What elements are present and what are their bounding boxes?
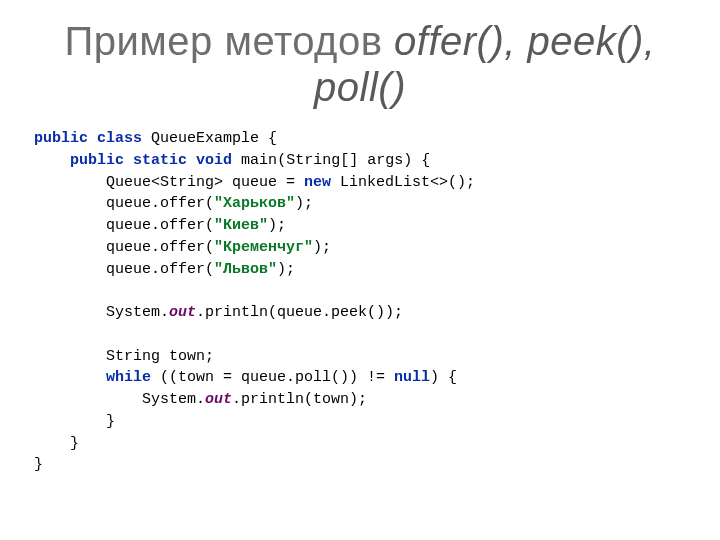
slide-title: Пример методов offer(), peek(), poll() bbox=[34, 18, 686, 110]
method-main: main bbox=[241, 152, 277, 169]
str-kharkov: "Харьков" bbox=[214, 195, 295, 212]
code-block: public class QueueExample { public stati… bbox=[34, 128, 686, 476]
queue-decl-b: LinkedList<>(); bbox=[331, 174, 475, 191]
kw-public: public bbox=[70, 152, 124, 169]
peek-a: System. bbox=[34, 304, 169, 321]
decl-town: String town; bbox=[34, 348, 214, 365]
kw-while: while bbox=[106, 369, 151, 386]
kw-new: new bbox=[304, 174, 331, 191]
kw-void: void bbox=[196, 152, 232, 169]
println-town-b: .println(town); bbox=[232, 391, 367, 408]
brace-close-class: } bbox=[34, 456, 43, 473]
kw-static: static bbox=[133, 152, 187, 169]
offer-open: queue.offer( bbox=[34, 239, 214, 256]
while-cond-b: ) { bbox=[430, 369, 457, 386]
kw-null: null bbox=[394, 369, 430, 386]
println-town-a: System. bbox=[34, 391, 205, 408]
kw-public: public bbox=[34, 130, 88, 147]
stmt-close: ); bbox=[313, 239, 331, 256]
while-cond-a: ((town = queue.poll()) != bbox=[151, 369, 394, 386]
kw-class: class bbox=[97, 130, 142, 147]
stmt-close: ); bbox=[268, 217, 286, 234]
brace-close-inner: } bbox=[34, 413, 115, 430]
str-kiev: "Киев" bbox=[214, 217, 268, 234]
stmt-close: ); bbox=[277, 261, 295, 278]
title-text-plain: Пример методов bbox=[65, 19, 395, 63]
offer-open: queue.offer( bbox=[34, 261, 214, 278]
brace-close-method: } bbox=[34, 435, 79, 452]
slide: Пример методов offer(), peek(), poll() p… bbox=[0, 0, 720, 540]
str-kremenchug: "Кременчуг" bbox=[214, 239, 313, 256]
class-name: QueueExample bbox=[151, 130, 259, 147]
offer-open: queue.offer( bbox=[34, 195, 214, 212]
stmt-close: ); bbox=[295, 195, 313, 212]
main-args: (String[] args) { bbox=[277, 152, 430, 169]
offer-open: queue.offer( bbox=[34, 217, 214, 234]
str-lvov: "Львов" bbox=[214, 261, 277, 278]
queue-decl-a: Queue<String> queue = bbox=[34, 174, 304, 191]
peek-b: .println(queue.peek()); bbox=[196, 304, 403, 321]
field-out: out bbox=[169, 304, 196, 321]
field-out: out bbox=[205, 391, 232, 408]
